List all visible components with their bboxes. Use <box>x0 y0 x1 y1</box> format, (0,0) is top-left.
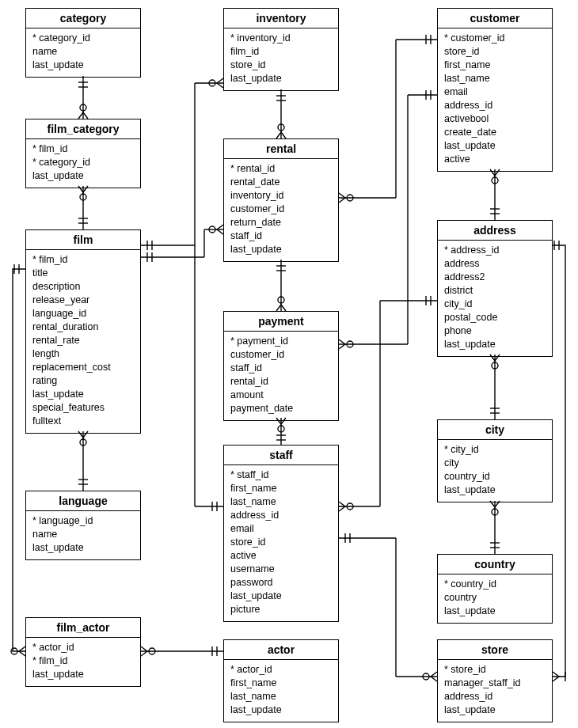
entity-body: * category_id name last_update <box>26 28 140 77</box>
field: rental_id <box>230 375 332 389</box>
entity-body: * staff_id first_name last_name address_… <box>224 465 338 621</box>
svg-point-26 <box>209 226 215 233</box>
field: * language_id <box>32 514 134 528</box>
field: country <box>444 591 546 605</box>
entity-body: * address_id address address2 district c… <box>438 241 552 356</box>
field: country_id <box>444 470 546 483</box>
field: city_id <box>444 298 546 311</box>
entity-title: actor <box>224 640 338 660</box>
entity-store: store * store_id manager_staff_id addres… <box>437 639 553 722</box>
entity-title: payment <box>224 312 338 332</box>
field: * staff_id <box>230 468 332 482</box>
field: last_update <box>32 541 134 555</box>
field: phone <box>444 324 546 338</box>
field: fulltext <box>32 415 134 428</box>
field: store_id <box>444 45 546 59</box>
entity-title: film_category <box>26 119 140 139</box>
svg-point-74 <box>423 673 429 680</box>
field: username <box>230 563 332 576</box>
svg-point-9 <box>80 439 86 446</box>
field: * category_id <box>32 156 134 169</box>
entity-category: category * category_id name last_update <box>25 8 141 78</box>
field: city <box>444 457 546 470</box>
svg-point-76 <box>492 362 498 369</box>
svg-point-20 <box>209 80 215 86</box>
entity-language: language * language_id name last_update <box>25 491 141 560</box>
field: * payment_id <box>230 335 332 348</box>
field: inventory_id <box>230 189 332 203</box>
field: name <box>32 45 134 59</box>
field: picture <box>230 603 332 616</box>
field: * actor_id <box>230 663 332 677</box>
entity-body: * country_id country last_update <box>438 574 552 623</box>
field: last_name <box>444 72 546 85</box>
entity-film-category: film_category * film_id * category_id la… <box>25 119 141 188</box>
entity-body: * store_id manager_staff_id address_id l… <box>438 660 552 722</box>
field: last_update <box>230 72 332 85</box>
field: return_date <box>230 216 332 229</box>
entity-body: * actor_id * film_id last_update <box>26 638 140 686</box>
entity-title: inventory <box>224 9 338 28</box>
field: address_id <box>230 509 332 522</box>
entity-film-actor: film_actor * actor_id * film_id last_upd… <box>25 617 141 687</box>
field: release_year <box>32 294 134 307</box>
field: last_update <box>230 703 332 717</box>
field: password <box>230 576 332 590</box>
field: district <box>444 284 546 298</box>
svg-point-40 <box>278 426 284 432</box>
field: email <box>230 522 332 536</box>
field: first_name <box>230 482 332 495</box>
entity-title: country <box>438 555 552 574</box>
field: last_update <box>444 483 546 497</box>
svg-point-5 <box>80 194 86 200</box>
field: address_id <box>444 99 546 112</box>
field: postal_code <box>444 311 546 324</box>
entity-country: country * country_id country last_update <box>437 554 553 624</box>
svg-point-44 <box>149 648 155 654</box>
field: * store_id <box>444 663 546 677</box>
field: * inventory_id <box>230 32 332 45</box>
field: create_date <box>444 126 546 139</box>
entity-title: film_actor <box>26 618 140 638</box>
svg-point-50 <box>347 195 353 201</box>
entity-body: * rental_id rental_date inventory_id cus… <box>224 159 338 261</box>
field: address <box>444 257 546 271</box>
field: last_update <box>32 388 134 401</box>
field: last_update <box>32 59 134 72</box>
field: * customer_id <box>444 32 546 45</box>
field: * rental_id <box>230 162 332 176</box>
er-diagram-canvas: category * category_id name last_update … <box>0 0 578 728</box>
field: amount <box>230 389 332 402</box>
svg-point-80 <box>492 509 498 515</box>
entity-rental: rental * rental_id rental_date inventory… <box>223 138 339 262</box>
entity-body: * city_id city country_id last_update <box>438 440 552 502</box>
field: rental_duration <box>32 320 134 334</box>
field: last_update <box>32 668 134 681</box>
field: store_id <box>230 536 332 549</box>
field: active <box>230 549 332 563</box>
field: last_update <box>32 169 134 183</box>
field: name <box>32 528 134 541</box>
field: active <box>444 153 546 166</box>
field: rental_date <box>230 176 332 189</box>
field: email <box>444 85 546 99</box>
entity-title: store <box>438 640 552 660</box>
field: description <box>32 280 134 294</box>
svg-point-14 <box>11 648 17 654</box>
entity-city: city * city_id city country_id last_upda… <box>437 419 553 502</box>
entity-body: * film_id * category_id last_update <box>26 139 140 188</box>
field: store_id <box>230 59 332 72</box>
entity-body: * language_id name last_update <box>26 511 140 559</box>
field: * film_id <box>32 142 134 156</box>
field: staff_id <box>230 362 332 375</box>
entity-body: * inventory_id film_id store_id last_upd… <box>224 28 338 90</box>
field: last_name <box>230 690 332 703</box>
field: staff_id <box>230 229 332 243</box>
field: * address_id <box>444 244 546 257</box>
svg-point-3 <box>80 104 86 111</box>
field: last_update <box>230 243 332 256</box>
field: * film_id <box>32 253 134 267</box>
svg-point-38 <box>278 297 284 303</box>
entity-body: * customer_id store_id first_name last_n… <box>438 28 552 171</box>
entity-actor: actor * actor_id first_name last_name la… <box>223 639 339 722</box>
